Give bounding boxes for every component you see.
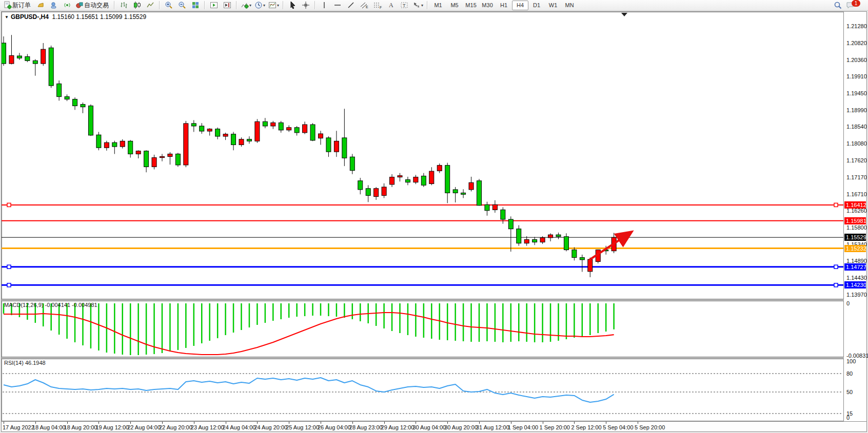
trend-arrow-annotation[interactable] (589, 233, 630, 260)
hline-handle[interactable] (834, 265, 838, 269)
svg-text:F: F (380, 6, 382, 9)
candlesticks (2, 35, 616, 277)
rsi-level-label: 80 (846, 370, 853, 377)
hline-handle[interactable] (7, 283, 11, 287)
macd-histogram (4, 303, 614, 355)
timeframe-W1[interactable]: W1 (545, 1, 561, 10)
candle-body (326, 138, 331, 152)
price-tag-1.16412: 1.16412 (844, 201, 866, 209)
chart-shift-marker[interactable] (621, 13, 627, 16)
candle-body (120, 141, 125, 147)
symbol-period-text: GBPUSD-,H4 (11, 13, 49, 20)
chart-symbol-title[interactable]: ▼GBPUSD-,H4 1.15160 1.15651 1.15099 1.15… (5, 13, 146, 20)
dropdown-caret: ▾ (249, 3, 251, 8)
hline-handle[interactable] (7, 265, 11, 269)
timeframe-D1[interactable]: D1 (528, 1, 545, 10)
candlestick-mode-button[interactable] (130, 0, 144, 11)
bar-chart-icon (120, 1, 128, 9)
auto-trading-button[interactable]: 自动交易 (74, 0, 112, 11)
timeframe-M5[interactable]: M5 (446, 1, 463, 10)
symbol-dropdown-triangle[interactable]: ▼ (5, 15, 9, 19)
auto-scroll-button[interactable] (207, 0, 221, 11)
arrows-icon (412, 1, 421, 9)
candle-body (524, 239, 529, 243)
time-axis[interactable]: 17 Aug 202218 Aug 04:0018 Aug 20:0019 Au… (2, 421, 866, 431)
time-tick-mark (606, 422, 606, 424)
cursor-icon (288, 1, 297, 9)
time-tick-mark (289, 422, 289, 424)
tile-windows-button[interactable] (189, 0, 202, 11)
time-tick-label: 17 Aug 2022 (3, 424, 34, 430)
candle-body (342, 138, 347, 158)
time-tick-mark (67, 422, 68, 424)
price-axis[interactable]: 1.212801.208201.203601.199101.194501.189… (844, 12, 866, 421)
profiles-button[interactable] (34, 0, 47, 11)
arrows-tool[interactable]: ▾ (411, 0, 425, 11)
price-tag-1.15981: 1.15981 (844, 217, 866, 224)
candle-body (548, 235, 553, 238)
hline-handle[interactable] (834, 283, 838, 287)
zoom-out-button[interactable] (175, 0, 189, 11)
indicators-button[interactable]: ▾ (239, 0, 253, 11)
candle-body (215, 129, 220, 136)
price-tag-1.15232: 1.15232 (844, 245, 866, 252)
line-chart-mode-button[interactable] (144, 0, 157, 11)
notifications-button[interactable]: 1 (844, 0, 865, 11)
news-button[interactable] (61, 0, 74, 11)
timeframe-M15[interactable]: M15 (463, 1, 479, 10)
price-tick: 1.20820 (846, 40, 867, 46)
fibonacci-tool[interactable]: F (371, 0, 384, 11)
price-chart-panel[interactable]: ▼GBPUSD-,H4 1.15160 1.15651 1.15099 1.15… (2, 12, 844, 299)
crosshair-tool-button[interactable] (299, 0, 312, 11)
new-order-icon (4, 1, 12, 9)
bar-chart-mode-button[interactable] (117, 0, 130, 11)
time-tick-mark (416, 422, 416, 424)
time-tick-mark (35, 422, 36, 424)
search-button[interactable] (831, 0, 844, 11)
price-tick: 1.15800 (846, 224, 867, 231)
macd-panel[interactable]: MACD(12,26,9) -0.004141 -0.004981 (2, 301, 844, 357)
notification-badge: 1 (852, 0, 860, 7)
macd-signal-line (4, 313, 614, 355)
time-tick-label: 22 Aug 04:00 (127, 424, 161, 430)
timeframe-group: M1M5M15M30H1H4D1W1MN (430, 0, 578, 10)
timeframe-M1[interactable]: M1 (430, 1, 446, 10)
cursor-tool-button[interactable] (286, 0, 299, 11)
trendline-tool[interactable] (344, 0, 358, 11)
time-tick-mark (162, 422, 163, 424)
macd-panel-border (2, 301, 844, 357)
hline-handle[interactable] (7, 203, 11, 207)
candle-body (25, 56, 30, 60)
horizontal-line-tool[interactable] (331, 0, 344, 11)
timeframe-MN[interactable]: MN (561, 1, 578, 10)
profiles-icon (36, 1, 45, 9)
candle-body (136, 151, 141, 154)
toolbar-separator (427, 1, 428, 9)
text-label-tool[interactable]: T (398, 0, 411, 11)
hline-handle[interactable] (834, 203, 838, 207)
new-order-button[interactable]: 新订单 (2, 0, 34, 11)
vertical-line-tool[interactable] (318, 0, 331, 11)
timeframe-H4[interactable]: H4 (512, 1, 528, 10)
time-tick-label: 28 Aug 23:00 (349, 424, 383, 430)
time-tick-label: 1 Sep 20:00 (540, 424, 570, 430)
candle-body (160, 156, 165, 157)
timeframe-H1[interactable]: H1 (496, 1, 512, 10)
terminal-window: 新订单 自动交易 (0, 0, 868, 433)
fibonacci-icon: F (373, 1, 382, 9)
equidistant-channel-tool[interactable]: E (358, 0, 371, 11)
text-tool[interactable]: A (384, 0, 398, 11)
time-tick-label: 19 Aug 12:00 (95, 424, 129, 430)
periods-button[interactable]: ▾ (253, 0, 267, 11)
candlestick-icon (133, 1, 141, 9)
candle-body (104, 142, 109, 148)
timeframe-M30[interactable]: M30 (479, 1, 496, 10)
zoom-in-button[interactable] (162, 0, 175, 11)
chart-shift-button[interactable] (221, 0, 234, 11)
chart-window: ▼GBPUSD-,H4 1.15160 1.15651 1.15099 1.15… (1, 11, 867, 432)
rsi-panel[interactable]: RSI(14) 46.1948 (2, 359, 844, 421)
time-tick-label: 18 Aug 20:00 (64, 424, 97, 430)
templates-button[interactable]: ▾ (267, 0, 281, 11)
market-watch-button[interactable] (47, 0, 61, 11)
templates-icon (268, 1, 277, 9)
